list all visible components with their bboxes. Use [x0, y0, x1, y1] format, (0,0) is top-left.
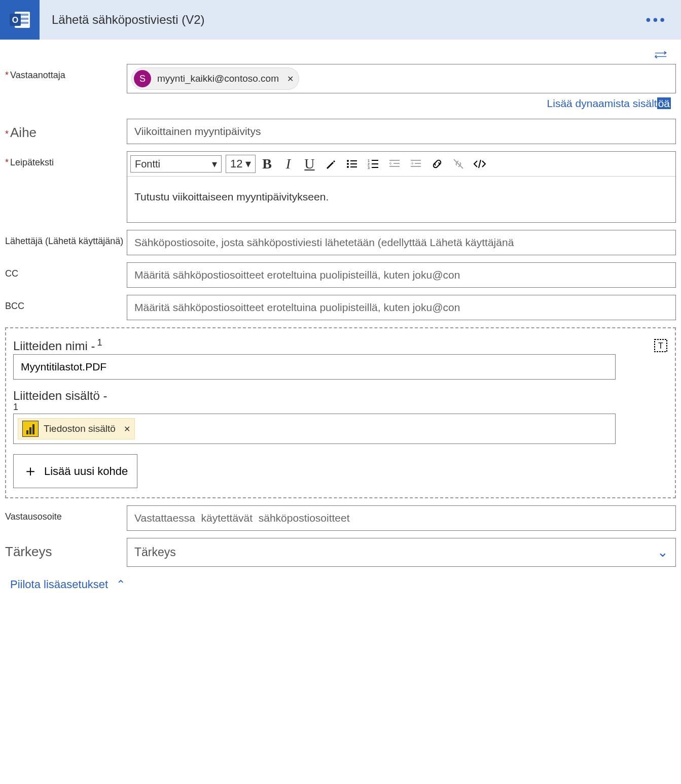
svg-rect-14 — [372, 160, 378, 161]
underline-button[interactable]: U — [299, 154, 319, 174]
svg-point-7 — [347, 160, 349, 162]
token-label: Tiedoston sisältö — [44, 423, 116, 434]
cc-input[interactable] — [127, 262, 676, 288]
add-item-button[interactable]: ＋ Lisää uusi kohde — [13, 454, 137, 488]
hide-advanced-link[interactable]: Piilota lisäasetukset ⌃ — [5, 574, 130, 595]
add-dynamic-content-link[interactable]: Lisää dynaamista sisältöä — [547, 97, 671, 109]
chevron-down-icon: ▾ — [245, 157, 251, 171]
chevron-up-icon: ⌃ — [116, 578, 125, 591]
more-menu-icon[interactable]: ••• — [642, 12, 671, 28]
array-toggle-icon[interactable]: T — [654, 338, 668, 353]
font-dropdown[interactable]: Fontti ▾ — [130, 155, 222, 173]
svg-rect-21 — [389, 166, 400, 167]
bullet-list-button[interactable] — [342, 154, 362, 174]
subject-input[interactable] — [127, 119, 676, 144]
file-content-token[interactable]: Tiedoston sisältö ✕ — [18, 418, 135, 439]
font-size-dropdown[interactable]: 12 ▾ — [226, 155, 256, 173]
svg-point-11 — [347, 166, 349, 168]
color-picker-button[interactable] — [320, 154, 341, 174]
cc-label: CC — [5, 262, 127, 279]
body-label: *Leipäteksti — [5, 151, 127, 168]
close-icon[interactable]: ✕ — [287, 74, 294, 84]
code-view-button[interactable] — [470, 154, 490, 174]
attachment-content-label: Liitteiden sisältö - — [13, 389, 668, 403]
importance-label: Tärkeys — [5, 538, 127, 560]
unlink-button — [448, 154, 469, 174]
action-header: O Lähetä sähköpostiviesti (V2) ••• — [0, 0, 681, 40]
svg-rect-24 — [411, 166, 421, 167]
bold-button[interactable]: B — [257, 154, 277, 174]
svg-text:3: 3 — [368, 166, 370, 169]
attachment-content-input[interactable]: Tiedoston sisältö ✕ — [13, 414, 616, 444]
svg-text:T: T — [658, 342, 663, 350]
chevron-down-icon: ▾ — [212, 158, 217, 170]
svg-rect-12 — [350, 166, 357, 167]
reply-to-label: Vastausosoite — [5, 505, 127, 522]
recipient-label: *Vastaanottaja — [5, 64, 127, 81]
svg-rect-16 — [372, 163, 378, 164]
subject-label: *Aihe — [5, 119, 127, 141]
recipient-input[interactable]: S myynti_kaikki@contoso.com ✕ — [127, 64, 676, 93]
from-label: Lähettäjä (Lähetä käyttäjänä) — [5, 230, 127, 247]
plus-icon: ＋ — [23, 461, 38, 482]
rich-text-editor: Fontti ▾ 12 ▾ B I U — [127, 151, 676, 223]
outlook-icon: O — [0, 0, 40, 40]
chevron-down-icon: ⌄ — [657, 544, 668, 560]
recipient-chip-email: myynti_kaikki@contoso.com — [157, 73, 279, 84]
svg-text:2: 2 — [368, 162, 370, 166]
body-content[interactable]: Tutustu viikoittaiseen myyntipäivityksee… — [127, 177, 675, 222]
svg-point-9 — [347, 163, 349, 165]
importance-dropdown[interactable]: Tärkeys ⌄ — [127, 538, 676, 567]
editor-toolbar: Fontti ▾ 12 ▾ B I U — [127, 152, 675, 177]
svg-rect-19 — [389, 160, 400, 161]
svg-rect-8 — [350, 160, 357, 161]
avatar: S — [134, 70, 151, 87]
from-input[interactable] — [127, 230, 676, 255]
numbered-list-button[interactable]: 123 — [363, 154, 383, 174]
svg-rect-23 — [415, 163, 421, 164]
attachment-name-input[interactable] — [13, 354, 616, 380]
link-button[interactable] — [427, 154, 447, 174]
powerbi-icon — [22, 421, 39, 437]
bcc-label: BCC — [5, 295, 127, 312]
svg-rect-20 — [393, 163, 400, 164]
recipient-chip[interactable]: S myynti_kaikki@contoso.com ✕ — [131, 67, 299, 90]
outdent-button — [384, 154, 405, 174]
svg-rect-22 — [411, 160, 421, 161]
svg-text:1: 1 — [368, 159, 370, 162]
attachment-content-index: 1 — [13, 402, 668, 413]
reply-to-input[interactable] — [127, 505, 676, 531]
swap-icon[interactable] — [654, 49, 668, 61]
svg-line-25 — [454, 159, 463, 168]
action-title: Lähetä sähköpostiviesti (V2) — [40, 13, 642, 27]
svg-rect-18 — [372, 167, 378, 168]
indent-button — [406, 154, 426, 174]
italic-button[interactable]: I — [278, 154, 298, 174]
attachment-name-label: Liitteiden nimi -1 — [13, 337, 102, 353]
bcc-input[interactable] — [127, 295, 676, 320]
svg-text:O: O — [12, 16, 18, 24]
attachments-section: Liitteiden nimi -1 T Liitteiden sisältö … — [5, 327, 676, 498]
close-icon[interactable]: ✕ — [124, 424, 130, 434]
svg-rect-10 — [350, 163, 357, 164]
